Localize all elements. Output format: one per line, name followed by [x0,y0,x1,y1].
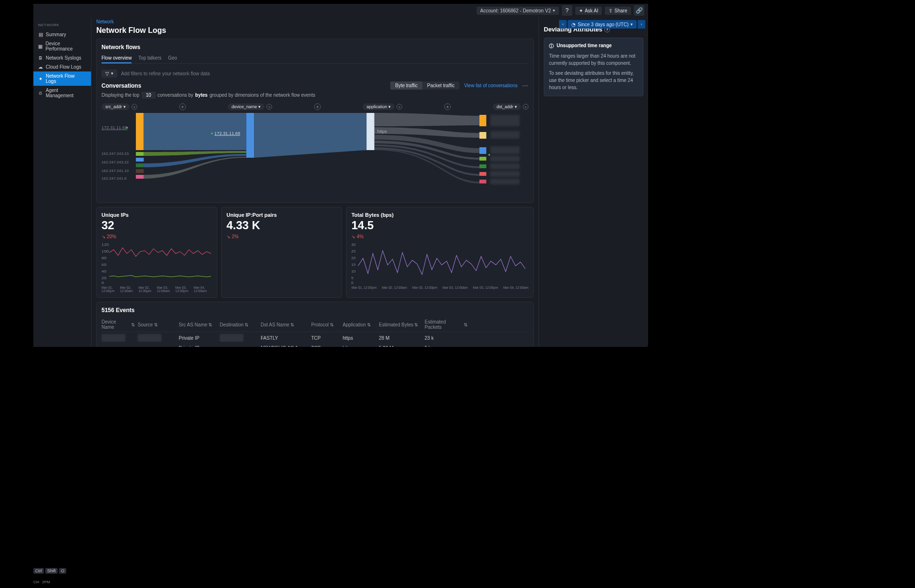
kpi-label: Total Bytes (bps) [351,212,529,218]
add-dim-button[interactable]: + [444,103,451,110]
right-panel: Deviating Attributes ? ⓘ Unsupported tim… [539,17,648,347]
svg-rect-5 [136,169,143,173]
th-dst-as[interactable]: Dst AS Name⇅ [261,322,308,327]
chevron-down-icon: ▾ [123,104,126,109]
arrow-down-icon: ↘ [102,234,105,239]
svg-rect-18 [490,115,520,126]
events-section: 5156 Events Device Name⇅ Source⇅ Src AS … [96,302,534,347]
key: Ctrl [33,568,44,574]
kpi-delta: ↘4% [351,234,529,239]
svg-text:20: 20 [102,276,107,280]
sidebar-item-cloud-flow-logs[interactable]: ☁ Cloud Flow Logs [33,62,91,71]
sidebar-item-network-flow-logs[interactable]: ✦ Network Flow Logs [33,71,91,86]
time-prev-button[interactable]: ‹ [559,20,567,29]
dim-dst-addr[interactable]: dst_addr▾ [493,103,521,110]
chevron-down-icon: ▾ [388,104,391,109]
link-button[interactable]: 🔗 [634,5,644,16]
cell-packets: 5 k [425,345,468,347]
th-device-name[interactable]: Device Name⇅ [102,319,135,330]
sankey-node-label: 162.247.241.6 [102,176,127,181]
tab-geo[interactable]: Geo [168,53,177,63]
svg-rect-10 [479,115,486,126]
svg-rect-9 [366,113,374,150]
sidebar-item-device-performance[interactable]: ▦ Device Performance [33,39,91,53]
tab-flow-overview[interactable]: Flow overview [102,53,132,63]
dim-device-name[interactable]: device_name▾ [228,103,265,110]
chevron-right-icon: › [641,22,642,27]
display-bold: bytes [195,92,208,98]
account-selector[interactable]: Account: 1606862 - Demotron V2 ▾ [477,7,559,15]
filter-hint: Add filters to refine your network flow … [121,71,210,76]
th-source[interactable]: Source⇅ [138,322,176,327]
flows-tabs: Flow overview Top talkers Geo [102,53,529,64]
svg-point-8 [211,132,213,134]
x-tick: Mar 01, 12:00pm [102,286,120,293]
page-title: Network Flow Logs [96,26,534,35]
time-next-button[interactable]: › [638,20,645,29]
filter-button[interactable]: ▽ ▾ [102,70,117,78]
svg-rect-11 [479,132,486,139]
kpi-unique-ips: Unique IPs 32 ↘20% 120 100 80 60 40 20 [96,207,217,298]
table-row[interactable]: Private IP FASTLY TCP https 28 M 23 k [102,332,529,344]
sidebar-item-agent-management[interactable]: ⛭ Agent Management [33,86,91,100]
left-sidebar: NETWORK ▤ Summary ▦ Device Performance 🗎… [33,17,92,347]
add-dim-button[interactable]: + [314,103,321,110]
th-destination[interactable]: Destination⇅ [220,322,258,327]
th-application[interactable]: Application⇅ [343,322,376,327]
display-mid: conversations by [158,92,193,98]
help-button[interactable]: ? [562,5,572,16]
svg-rect-7 [246,113,254,158]
sidebar-item-label: Summary [46,32,66,37]
flow-icon: ✦ [38,76,43,81]
svg-rect-15 [479,164,486,168]
dim-src-addr[interactable]: src_addr▾ [102,103,130,110]
svg-text:20: 20 [351,256,356,260]
svg-rect-12 [479,147,486,154]
account-label: Account: 1606862 - Demotron V2 [480,8,551,13]
sidebar-item-summary[interactable]: ▤ Summary [33,30,91,39]
cell-bytes: 28 M [379,335,422,341]
view-list-link[interactable]: View list of conversations [464,83,518,88]
cell-src-as: Private IP [179,335,217,341]
breadcrumb[interactable]: Network [96,17,534,26]
sort-icon: ⇅ [464,322,468,327]
byte-traffic-toggle[interactable]: Byte traffic [390,81,422,90]
add-dim-button[interactable]: + [179,103,186,110]
share-button[interactable]: ⇧ Share [605,7,631,15]
section-title: Network flows [102,44,529,51]
cell-src-as: Private IP [179,345,217,347]
more-menu-button[interactable]: ⋯ [522,82,529,89]
svg-text:80: 80 [102,256,107,260]
kpi-label: Unique IPs [102,212,212,218]
tab-top-talkers[interactable]: Top talkers [138,53,161,63]
sankey-node-label: 172.31.11.68 [102,125,127,130]
svg-text:15: 15 [351,263,356,267]
alert-body: Time ranges larger than 24 hours are not… [549,52,638,91]
th-est-packets[interactable]: Estimated Packets⇅ [425,319,468,330]
packet-traffic-toggle[interactable]: Packet traffic [422,81,459,90]
ask-ai-button[interactable]: ✦ Ask AI [575,7,602,15]
sort-icon: ⇅ [131,322,135,327]
remove-dim-button[interactable]: × [523,104,529,110]
sort-icon: ⇅ [367,322,371,327]
th-est-bytes[interactable]: Estimated Bytes⇅ [379,322,422,327]
sidebar-item-network-syslogs[interactable]: 🗎 Network Syslogs [33,53,91,62]
th-protocol[interactable]: Protocol⇅ [311,322,340,327]
svg-rect-21 [490,156,520,162]
remove-dim-button[interactable]: × [396,104,402,110]
th-src-as[interactable]: Src AS Name⇅ [179,322,217,327]
top-n-input[interactable] [142,91,156,99]
sidebar-section-header: NETWORK [33,22,91,30]
svg-rect-2 [136,152,143,156]
events-title: 5156 Events [102,307,529,314]
remove-dim-button[interactable]: × [266,104,272,110]
cell-proto: TCP [311,345,340,347]
funnel-icon: ▽ [105,71,109,76]
svg-text:5: 5 [351,276,354,280]
main-content: Network Network Flow Logs Network flows … [92,17,539,347]
table-row[interactable]: Private IP NEWRELIC-AS-1 TCP https 5.29 … [102,344,529,347]
cell-dst-as: NEWRELIC-AS-1 [261,345,308,347]
dim-application[interactable]: application▾ [363,103,395,110]
time-range-picker[interactable]: ◔ Since 3 days ago (UTC) ▾ [568,20,637,29]
remove-dim-button[interactable]: × [132,104,137,110]
